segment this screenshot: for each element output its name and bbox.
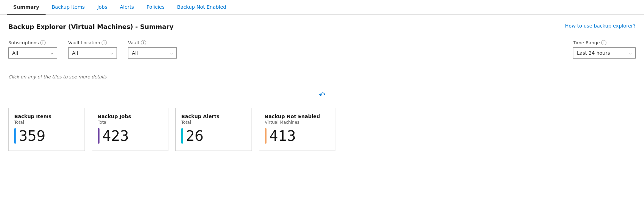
tile-value-row-backup-not-enabled: 413 bbox=[265, 128, 328, 144]
tile-bar-backup-not-enabled bbox=[265, 128, 267, 144]
tab-backup-items[interactable]: Backup Items bbox=[46, 0, 91, 15]
tab-policies[interactable]: Policies bbox=[140, 0, 171, 15]
vault-location-label: Vault Location i bbox=[68, 40, 117, 45]
tile-value-row-backup-items: 359 bbox=[14, 128, 78, 144]
subscriptions-filter: Subscriptions i All ⌄ bbox=[8, 40, 57, 59]
subscriptions-label: Subscriptions i bbox=[8, 40, 57, 45]
vault-filter: Vault i All ⌄ bbox=[128, 40, 177, 59]
refresh-area: ↶ bbox=[8, 91, 636, 99]
tab-alerts[interactable]: Alerts bbox=[114, 0, 141, 15]
tile-value-backup-items: 359 bbox=[19, 129, 45, 143]
vault-location-filter: Vault Location i All ⌄ bbox=[68, 40, 117, 59]
tab-jobs[interactable]: Jobs bbox=[91, 0, 114, 15]
tile-backup-items[interactable]: Backup Items Total 359 bbox=[8, 108, 85, 151]
filters-row: Subscriptions i All ⌄ Vault Location i A… bbox=[8, 40, 636, 59]
tile-value-backup-not-enabled: 413 bbox=[269, 129, 296, 143]
page-title: Backup Explorer (Virtual Machines) - Sum… bbox=[8, 23, 174, 30]
subscriptions-info-icon: i bbox=[40, 40, 46, 45]
vault-select-wrapper: All ⌄ bbox=[128, 47, 177, 59]
vault-location-info-icon: i bbox=[102, 40, 107, 45]
tile-subtitle-backup-alerts: Total bbox=[181, 120, 245, 125]
tile-value-row-backup-jobs: 423 bbox=[98, 128, 161, 144]
tile-value-backup-alerts: 26 bbox=[186, 129, 204, 143]
subscriptions-select-wrapper: All ⌄ bbox=[8, 47, 57, 59]
vault-label: Vault i bbox=[128, 40, 177, 45]
time-range-select[interactable]: Last 24 hours Last 7 days Last 30 days bbox=[573, 47, 636, 59]
tab-bar: SummaryBackup ItemsJobsAlertsPoliciesBac… bbox=[0, 0, 644, 15]
time-range-filter: Time Range i Last 24 hours Last 7 days L… bbox=[573, 40, 636, 59]
vault-location-select[interactable]: All bbox=[68, 47, 117, 59]
subscriptions-select[interactable]: All bbox=[8, 47, 57, 59]
tile-title-backup-jobs: Backup Jobs bbox=[98, 114, 161, 119]
main-content: Backup Explorer (Virtual Machines) - Sum… bbox=[0, 15, 644, 159]
time-range-info-icon: i bbox=[601, 40, 606, 45]
refresh-icon[interactable]: ↶ bbox=[319, 91, 325, 99]
tile-backup-alerts[interactable]: Backup Alerts Total 26 bbox=[175, 108, 252, 151]
tiles-row: Backup Items Total 359 Backup Jobs Total… bbox=[8, 108, 636, 151]
tile-backup-jobs[interactable]: Backup Jobs Total 423 bbox=[92, 108, 168, 151]
tile-title-backup-items: Backup Items bbox=[14, 114, 78, 119]
tile-value-row-backup-alerts: 26 bbox=[181, 128, 245, 144]
tile-title-backup-alerts: Backup Alerts bbox=[181, 114, 245, 119]
vault-select[interactable]: All bbox=[128, 47, 177, 59]
divider bbox=[8, 67, 636, 67]
tab-summary[interactable]: Summary bbox=[7, 0, 46, 15]
page-header: Backup Explorer (Virtual Machines) - Sum… bbox=[8, 23, 636, 30]
tile-subtitle-backup-items: Total bbox=[14, 120, 78, 125]
time-range-label: Time Range i bbox=[573, 40, 636, 45]
tile-title-backup-not-enabled: Backup Not Enabled bbox=[265, 114, 328, 119]
tile-bar-backup-jobs bbox=[98, 128, 100, 144]
tab-backup-not-enabled[interactable]: Backup Not Enabled bbox=[171, 0, 232, 15]
tile-subtitle-backup-not-enabled: Virtual Machines bbox=[265, 120, 328, 125]
vault-info-icon: i bbox=[141, 40, 146, 45]
time-range-select-wrapper: Last 24 hours Last 7 days Last 30 days ⌄ bbox=[573, 47, 636, 59]
tile-bar-backup-items bbox=[14, 128, 16, 144]
vault-location-select-wrapper: All ⌄ bbox=[68, 47, 117, 59]
tile-bar-backup-alerts bbox=[181, 128, 183, 144]
tile-backup-not-enabled[interactable]: Backup Not Enabled Virtual Machines 413 bbox=[259, 108, 335, 151]
help-link[interactable]: How to use backup explorer? bbox=[565, 23, 636, 29]
tile-subtitle-backup-jobs: Total bbox=[98, 120, 161, 125]
hint-text: Click on any of the tiles to see more de… bbox=[8, 74, 636, 79]
tile-value-backup-jobs: 423 bbox=[102, 129, 129, 143]
